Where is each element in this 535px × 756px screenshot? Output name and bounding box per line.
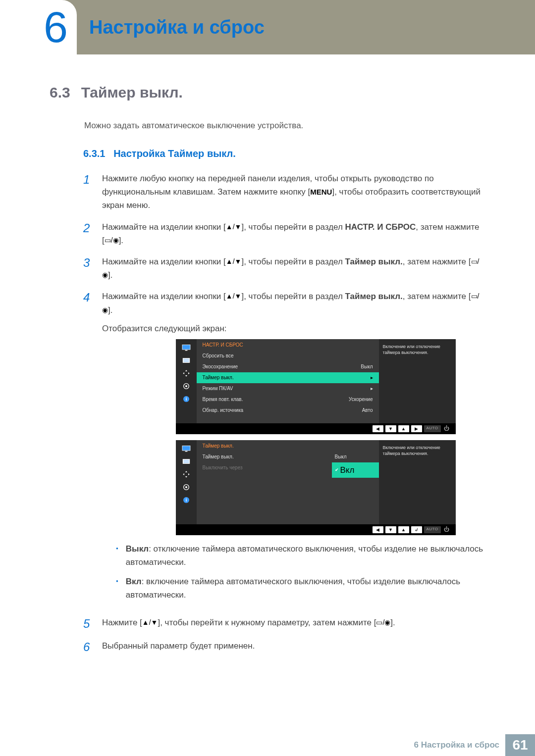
- subsection-heading: 6.3.1 Настройка Таймер выкл.: [83, 148, 485, 159]
- osd-setup-reset: i НАСТР. И СБРОС Сбросить все Экосохране…: [176, 339, 456, 434]
- up-down-icon: ▲/▼: [142, 618, 158, 626]
- nav-down-icon: ▼: [385, 425, 396, 432]
- bullet-off: ● Выкл: отключение таймера автоматическо…: [116, 542, 485, 569]
- osd-off-timer: i Таймер выкл. Таймер выкл. Выключить че…: [176, 440, 456, 535]
- power-icon: ⏻: [443, 526, 451, 533]
- target-text: Таймер выкл.: [345, 257, 403, 266]
- power-icon: ⏻: [443, 425, 451, 432]
- subsection-number: 6.3.1: [83, 148, 105, 159]
- chapter-number: 6: [44, 5, 66, 49]
- osd-row: Таймер выкл.: [197, 452, 332, 462]
- step-4: 4 Нажимайте на изделии кнопки [▲/▼], что…: [83, 290, 485, 607]
- up-down-icon: ▲/▼: [226, 257, 242, 265]
- page: 6 Настройка и сброс 6.3 Таймер выкл. Мож…: [0, 0, 535, 756]
- osd-row: ЭкосохранениеВыкл: [197, 361, 379, 372]
- list-icon: [181, 356, 192, 365]
- menu-label: MENU: [310, 188, 332, 196]
- nav-left-icon: ◀: [373, 526, 383, 533]
- svg-rect-11: [185, 451, 187, 452]
- subsection-title: Настройка Таймер выкл.: [113, 148, 236, 159]
- osd-icon-strip: i: [176, 440, 197, 524]
- osd-option: Выкл: [332, 452, 379, 462]
- info-icon: i: [181, 496, 192, 504]
- check-icon: ✔: [335, 466, 339, 473]
- up-down-icon: ▲/▼: [226, 292, 242, 300]
- svg-text:i: i: [185, 498, 187, 503]
- gear-icon: [181, 382, 192, 391]
- arrows-icon: [181, 369, 192, 378]
- step-6: 6 Выбранный параметр будет применен.: [83, 639, 485, 655]
- osd-main: Таймер выкл. Таймер выкл. Выключить чере…: [197, 440, 379, 524]
- chapter-number-box: 6: [0, 0, 77, 54]
- nav-up-icon: ▲: [398, 425, 409, 432]
- chapter-header-band: 6 Настройка и сброс: [0, 0, 535, 54]
- footer-chapter: 6 Настройка и сброс: [414, 740, 500, 750]
- target-text: Таймер выкл.: [345, 292, 403, 301]
- osd-help-panel: Включение или отключение таймера выключе…: [379, 440, 456, 524]
- osd-main: НАСТР. И СБРОС Сбросить все Экосохранени…: [197, 339, 379, 423]
- nav-up-icon: ▲: [398, 526, 409, 533]
- content: 6.3 Таймер выкл. Можно задать автоматиче…: [0, 54, 535, 655]
- nav-auto: AUTO: [424, 425, 441, 432]
- step-5: 5 Нажмите [▲/▼], чтобы перейти к нужному…: [83, 616, 485, 631]
- chapter-title: Настройка и сброс: [89, 17, 265, 38]
- osd-title: Таймер выкл.: [197, 442, 379, 452]
- nav-left-icon: ◀: [373, 425, 383, 432]
- osd-footer: ◀ ▼ ▲ ▶ AUTO ⏻: [176, 423, 456, 434]
- osd-row: Обнар. источникаАвто: [197, 405, 379, 416]
- step-3: 3 Нажимайте на изделии кнопки [▲/▼], что…: [83, 255, 485, 282]
- osd-help-panel: Включение или отключение таймера выключе…: [379, 339, 456, 423]
- osd-screenshots: i НАСТР. И СБРОС Сбросить все Экосохране…: [146, 339, 485, 535]
- svg-point-7: [185, 385, 187, 387]
- osd-row: Сбросить все: [197, 351, 379, 361]
- monitor-icon: [181, 343, 192, 352]
- nav-right-icon: ▶: [411, 425, 422, 432]
- bullet-on: ● Вкл: включение таймера автоматического…: [116, 575, 485, 602]
- osd-row-selected: Таймер выкл.▸: [197, 372, 379, 383]
- steps-list: 1 Нажмите любую кнопку на передней панел…: [83, 172, 485, 655]
- osd-row: Выключить через: [197, 462, 332, 473]
- gear-icon: [181, 483, 192, 492]
- osd-icon-strip: i: [176, 339, 197, 423]
- target-text: НАСТР. И СБРОС: [345, 222, 416, 232]
- osd-title: НАСТР. И СБРОС: [197, 341, 379, 351]
- monitor-icon: [181, 444, 192, 453]
- svg-text:i: i: [185, 397, 187, 402]
- arrows-icon: [181, 470, 192, 479]
- page-number: 61: [505, 734, 535, 756]
- osd-footer: ◀ ▼ ▲ ↲ AUTO ⏻: [176, 524, 456, 535]
- section-intro: Можно задать автоматическое выключение у…: [84, 121, 485, 131]
- section-number: 6.3: [50, 84, 70, 101]
- nav-auto: AUTO: [424, 526, 441, 533]
- osd-option-selected: ✔Вкл: [332, 462, 379, 478]
- page-footer: 6 Настройка и сброс 61: [414, 734, 535, 756]
- up-down-icon: ▲/▼: [226, 223, 242, 231]
- step-4-after: Отобразится следующий экран:: [102, 322, 485, 335]
- enter-icon: ▭/◉: [376, 618, 390, 626]
- enter-icon: ▭/◉: [105, 236, 119, 244]
- list-icon: [181, 457, 192, 466]
- bullets: ● Выкл: отключение таймера автоматическо…: [116, 542, 485, 602]
- osd-row: Режим ПК/AV▸: [197, 383, 379, 394]
- step-2: 2 Нажимайте на изделии кнопки [▲/▼], что…: [83, 220, 485, 247]
- bullet-dot-icon: ●: [116, 578, 118, 602]
- osd-row: Время повт. клав.Ускорение: [197, 394, 379, 405]
- info-icon: i: [181, 395, 192, 403]
- svg-rect-0: [182, 345, 190, 350]
- bullet-dot-icon: ●: [116, 546, 118, 569]
- section-heading: 6.3 Таймер выкл.: [50, 84, 485, 101]
- nav-down-icon: ▼: [385, 526, 396, 533]
- section-title: Таймер выкл.: [81, 84, 183, 101]
- svg-point-17: [185, 486, 187, 488]
- svg-rect-10: [182, 446, 190, 451]
- step-1: 1 Нажмите любую кнопку на передней панел…: [83, 172, 485, 212]
- svg-rect-1: [185, 350, 187, 351]
- nav-enter-icon: ↲: [411, 526, 422, 533]
